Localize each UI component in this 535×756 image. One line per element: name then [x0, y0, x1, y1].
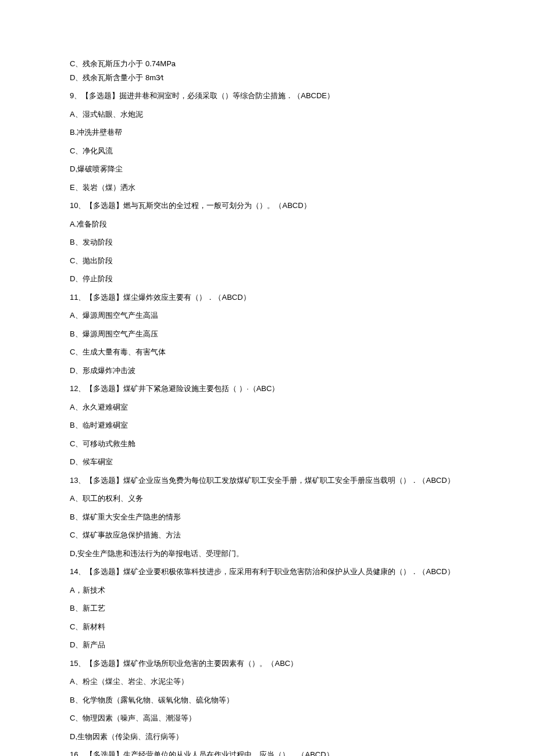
text-line: D、形成爆炸冲击波 — [70, 365, 465, 377]
text-line: B、煤矿重大安全生产隐患的情形 — [70, 511, 465, 523]
text-line: E、装岩（煤）洒水 — [70, 182, 465, 194]
text-line: C、净化风流 — [70, 145, 465, 157]
text-line: D,爆破喷雾降尘 — [70, 163, 465, 175]
text-line: B、化学物质（露氧化物、碳氧化物、硫化物等） — [70, 694, 465, 706]
text-line: B、临时避难硐室 — [70, 420, 465, 431]
text-line: C、新材料 — [70, 621, 465, 633]
text-line: C、生成大量有毒、有害气体 — [70, 346, 465, 358]
text-line: C、抛出阶段 — [70, 255, 465, 267]
text-line: D、残余瓦斯含量小于 8m3⁄t — [70, 72, 465, 84]
text-line: A、永久避难硐室 — [70, 402, 465, 413]
document-body: C、残余瓦斯压力小于 0.74MPaD、残余瓦斯含量小于 8m3⁄t9、【多选题… — [70, 58, 465, 756]
text-line: 15、【多选题】煤矿作业场所职业危害的主要因素有（）。（ABC） — [70, 658, 465, 669]
text-line: D、候车硐室 — [70, 456, 465, 468]
text-line: B.冲洗井壁巷帮 — [70, 127, 465, 138]
text-line: B、爆源周围空气产生高压 — [70, 328, 465, 340]
text-line: 16、【多选题】生产经营单位的从业人员在作业过程中，应当（）．（ABCD） — [70, 749, 465, 756]
text-line: D,生物因素（传染病、流行病等） — [70, 731, 465, 743]
text-line: A、职工的权利、义务 — [70, 493, 465, 504]
text-line: C、可移动式救生舱 — [70, 438, 465, 450]
text-line: 12、【多选题】煤矿井下紧急避险设施主要包括（ ）·（ABC） — [70, 383, 465, 395]
text-line: 9、【多选题】掘进井巷和洞室时，必须采取（）等综合防尘措施．（ABCDE） — [70, 90, 465, 102]
text-line: A.准备阶段 — [70, 218, 465, 230]
text-line: A、爆源周围空气产生高温 — [70, 310, 465, 321]
text-line: D,安全生产隐患和违法行为的举报电话、受理部门。 — [70, 548, 465, 560]
text-line: D、停止阶段 — [70, 273, 465, 285]
text-line: C、物理因素（噪声、高温、潮湿等） — [70, 712, 465, 724]
text-line: B、发动阶段 — [70, 237, 465, 248]
text-line: C、残余瓦斯压力小于 0.74MPa — [70, 58, 465, 70]
text-line: A、粉尘（煤尘、岩尘、水泥尘等） — [70, 676, 465, 687]
text-line: C、煤矿事故应急保护措施、方法 — [70, 529, 465, 541]
text-line: A，新技术 — [70, 585, 465, 596]
text-line: 14、【多选题】煤矿企业要积极依靠科技进步，应采用有利于职业危害防治和保护从业人… — [70, 566, 465, 578]
text-line: 11、【多选题】煤尘爆炸效应主要有（）．（ABCD） — [70, 292, 465, 303]
text-line: B、新工艺 — [70, 603, 465, 614]
text-line: A、湿式钻眼、水炮泥 — [70, 109, 465, 120]
text-line: 10、【多选题】燃与瓦斯突出的全过程，一般可划分为（）。（ABCD） — [70, 200, 465, 212]
text-line: D、新产品 — [70, 639, 465, 651]
text-line: 13、【多选题】煤矿企业应当免费为每位职工发放煤矿职工安全手册，煤矿职工安全手册… — [70, 475, 465, 486]
